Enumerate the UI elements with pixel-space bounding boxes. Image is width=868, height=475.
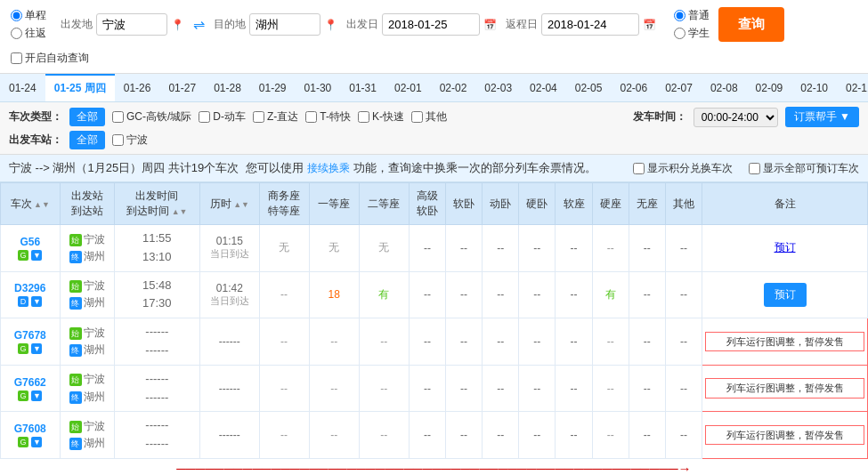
hard-bed: -- bbox=[519, 412, 556, 459]
th-times[interactable]: 出发时间到达时间 bbox=[114, 183, 199, 225]
hard-seat: -- bbox=[592, 365, 629, 412]
return-date-input[interactable] bbox=[541, 13, 639, 36]
ningbo-checkbox[interactable]: 宁波 bbox=[112, 133, 148, 148]
duration-cell: ------ bbox=[200, 412, 260, 459]
book-button[interactable]: 预订 bbox=[764, 283, 807, 307]
date-nav-item-8[interactable]: 02-01 bbox=[385, 74, 431, 101]
t-checkbox[interactable]: T-特快 bbox=[305, 109, 351, 125]
soft-bed: -- bbox=[446, 412, 483, 459]
table-row: D3296 D ▼ 始宁波 终湖州 15:4817:30 01:42当日到达 -… bbox=[1, 271, 868, 318]
train-id-cell: G7662 G ▼ bbox=[1, 365, 61, 412]
train-link[interactable]: G7678 bbox=[14, 329, 46, 342]
first-seat[interactable]: 无 bbox=[309, 225, 359, 272]
transfer-link[interactable]: 接续换乘 bbox=[307, 162, 350, 174]
from-station-group: 出发地 📍 bbox=[61, 13, 184, 36]
all-stations-btn[interactable]: 全部 bbox=[69, 131, 105, 149]
first-seat[interactable]: 18 bbox=[309, 271, 359, 318]
date-nav-item-2[interactable]: 01-26 bbox=[115, 74, 160, 101]
student-ticket-radio[interactable]: 学生 bbox=[674, 26, 710, 41]
from-station-input[interactable] bbox=[96, 13, 167, 36]
th-soft-bed: 软卧 bbox=[446, 183, 483, 225]
to-station-group: 目的地 📍 bbox=[214, 13, 337, 36]
other-checkbox[interactable]: 其他 bbox=[411, 109, 447, 125]
date-nav-item-11[interactable]: 02-04 bbox=[521, 74, 566, 101]
all-train-types-btn[interactable]: 全部 bbox=[69, 108, 105, 126]
date-nav-item-5[interactable]: 01-29 bbox=[250, 74, 296, 101]
train-link[interactable]: G7662 bbox=[14, 376, 46, 389]
soft-bed: -- bbox=[446, 318, 483, 366]
departure-time-select[interactable]: 00:00-24:00 bbox=[694, 108, 778, 127]
date-nav-item-18[interactable]: 02-11 bbox=[837, 74, 868, 101]
th-other: 其他 bbox=[665, 183, 702, 225]
route-prompt: 您可以使用 接续换乘 功能，查询途中换乘一次的部分列车余票情况。 bbox=[246, 160, 596, 176]
table-row: G7608 G ▼ 始宁波 终湖州 ------------ ------ --… bbox=[1, 412, 868, 459]
hard-seat: 有 bbox=[592, 271, 629, 318]
remarks-cell: 预订 bbox=[702, 225, 868, 272]
soft-bed: -- bbox=[446, 271, 483, 318]
single-trip-radio[interactable]: 单程 bbox=[11, 8, 46, 23]
location-icon: 📍 bbox=[171, 19, 184, 31]
date-nav-item-6[interactable]: 01-30 bbox=[296, 74, 341, 101]
date-nav-item-1[interactable]: 01-25 周四 bbox=[45, 74, 115, 101]
train-link[interactable]: G56 bbox=[20, 236, 40, 248]
no-seat: -- bbox=[629, 225, 665, 272]
business-seat[interactable]: 无 bbox=[259, 225, 309, 272]
date-nav-item-16[interactable]: 02-09 bbox=[747, 74, 792, 101]
normal-ticket-radio[interactable]: 普通 bbox=[674, 8, 710, 23]
soft-seat: -- bbox=[556, 271, 592, 318]
second-seat: -- bbox=[359, 318, 409, 366]
th-train-id[interactable]: 车次 bbox=[1, 183, 61, 225]
show-all-checkbox[interactable]: 显示全部可预订车次 bbox=[749, 161, 859, 176]
high-soft-bed: -- bbox=[409, 365, 445, 412]
auto-query-checkbox[interactable] bbox=[11, 52, 22, 64]
time-cell: ------------ bbox=[114, 412, 199, 459]
round-trip-radio[interactable]: 往返 bbox=[11, 26, 46, 41]
hard-bed: -- bbox=[519, 225, 556, 272]
departure-date-input[interactable] bbox=[382, 13, 480, 36]
soft-seat: -- bbox=[556, 318, 592, 366]
to-station-input[interactable] bbox=[249, 13, 320, 36]
duration-cell: ------ bbox=[200, 365, 260, 412]
date-nav-item-3[interactable]: 01-27 bbox=[159, 74, 205, 101]
station-cell: 始宁波 终湖州 bbox=[60, 412, 114, 459]
date-nav-item-13[interactable]: 02-06 bbox=[611, 74, 656, 101]
red-arrow-icon: ────────────────────────────────────────… bbox=[176, 461, 691, 475]
query-button[interactable]: 查询 bbox=[718, 7, 784, 42]
second-seat[interactable]: 无 bbox=[359, 225, 409, 272]
remarks-cell: 列车运行图调整，暂停发售 bbox=[702, 365, 868, 412]
d-checkbox[interactable]: D-动车 bbox=[199, 109, 246, 125]
gc-checkbox[interactable]: GC-高铁/城际 bbox=[112, 109, 191, 125]
book-link[interactable]: 预订 bbox=[775, 241, 796, 254]
train-id-cell: G56 G ▼ bbox=[1, 225, 61, 272]
help-button[interactable]: 订票帮手 ▼ bbox=[785, 107, 859, 127]
date-nav-item-0[interactable]: 01-24 bbox=[0, 74, 45, 101]
train-link[interactable]: G7608 bbox=[14, 423, 46, 435]
date-nav-item-14[interactable]: 02-07 bbox=[656, 74, 702, 101]
second-seat[interactable]: 有 bbox=[359, 271, 409, 318]
th-duration[interactable]: 历时 bbox=[200, 183, 260, 225]
th-high-soft: 高级软卧 bbox=[409, 183, 445, 225]
date-nav-item-4[interactable]: 01-28 bbox=[205, 74, 250, 101]
z-checkbox[interactable]: Z-直达 bbox=[253, 109, 298, 125]
k-checkbox[interactable]: K-快速 bbox=[358, 109, 404, 125]
th-stations: 出发站到达站 bbox=[60, 183, 114, 225]
train-link[interactable]: D3296 bbox=[14, 282, 45, 294]
train-type-label: 车次类型： bbox=[9, 109, 62, 125]
other-seat: -- bbox=[665, 225, 702, 272]
notice-box: 列车运行图调整，暂停发售 bbox=[705, 378, 864, 399]
date-nav-item-15[interactable]: 02-08 bbox=[702, 74, 747, 101]
table-header-row: 车次 出发站到达站 出发时间到达时间 历时 商务座特等座 一等座 二等座 高级软… bbox=[1, 183, 868, 225]
date-nav-item-12[interactable]: 02-05 bbox=[566, 74, 612, 101]
route-title-text: 宁波 --> 湖州（1月25日）周四 共计19个车次 bbox=[9, 160, 239, 176]
show-points-checkbox[interactable]: 显示积分兑换车次 bbox=[633, 161, 733, 176]
date-nav-item-9[interactable]: 02-02 bbox=[431, 74, 476, 101]
time-cell: 11:5513:10 bbox=[114, 225, 199, 272]
date-nav-item-17[interactable]: 02-10 bbox=[791, 74, 837, 101]
to-label: 目的地 bbox=[214, 17, 246, 32]
date-nav-item-7[interactable]: 01-31 bbox=[340, 74, 385, 101]
notice-box: 列车运行图调整，暂停发售 bbox=[705, 332, 864, 352]
exchange-icon[interactable]: ⇌ bbox=[193, 16, 205, 33]
move-bed: -- bbox=[483, 225, 519, 272]
th-second: 二等座 bbox=[359, 183, 409, 225]
date-nav-item-10[interactable]: 02-03 bbox=[475, 74, 521, 101]
